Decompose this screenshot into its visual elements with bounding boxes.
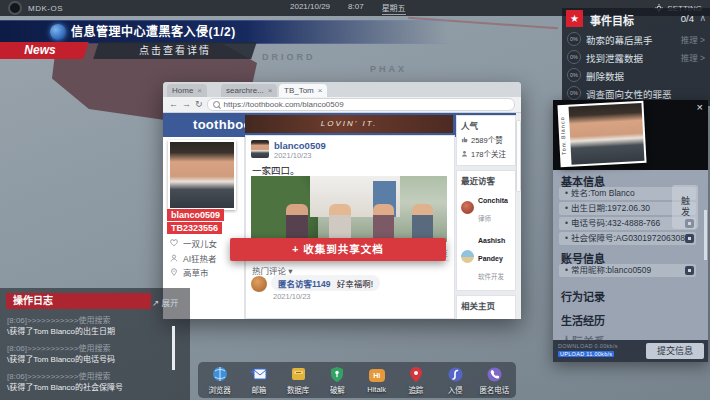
photo-figure (286, 204, 308, 242)
recent-visitors-card: 最近访客 Conchita律师 Aashish Pandey软件开发 (456, 170, 516, 291)
close-icon[interactable]: × (697, 101, 703, 113)
photo-figure (412, 204, 434, 242)
reload-button[interactable]: ↻ (195, 98, 203, 111)
dock-app-browser[interactable]: 浏览器 (201, 366, 238, 395)
tab-search[interactable]: searchre...× (221, 84, 277, 97)
objective-item[interactable]: 0% 勒索的幕后黑手 推理 > (562, 29, 710, 47)
dossier-photo-section: Tom Blanco × (553, 100, 708, 170)
photo-figure (329, 204, 351, 242)
visitors-title: 最近访客 (461, 174, 511, 186)
submit-info-button[interactable]: 提交信息 (646, 343, 704, 359)
deduce-link[interactable]: 推理 > (681, 51, 705, 63)
visitor-row[interactable]: Aashish Pandey软件开发 (461, 229, 511, 283)
comment-text: 好幸福啊! (337, 279, 373, 289)
objective-item[interactable]: 0% 找到泄露数据 推理 > (562, 47, 710, 65)
profile-id-highlight[interactable]: TB2323556 (167, 222, 222, 234)
dock-app-track[interactable]: 追踪 (397, 366, 434, 395)
objective-percent: 0% (567, 50, 581, 64)
os-logo-icon (8, 1, 22, 15)
log-entry-body: \获得了Tom Blanco的社会保障号 (7, 382, 168, 393)
objective-item[interactable]: 0% 删除数据 (562, 65, 710, 83)
profile-rail: 人气 2589个赞 178个关注 最近访客 Conchita律师 Aashish… (456, 115, 516, 319)
close-icon[interactable]: × (268, 86, 273, 95)
url-text: https://toothbook.com/blanco0509 (224, 100, 344, 109)
log-entry-body: \获得了Tom Blanco的电话号码 (7, 354, 168, 365)
cover-photo: LOVIN' IT. (245, 115, 453, 133)
tab-home[interactable]: Home× (167, 84, 207, 97)
hitalk-icon: Hi (369, 369, 385, 382)
field-ssn: •社会保障号:AG03019720630848 (559, 232, 696, 245)
map-label-driord: DRIORD (262, 52, 316, 62)
log-entry-head: [8:06]>>>>>>>>>>>使用搜索 (7, 343, 168, 354)
operation-log-title: 操作日志 (6, 293, 151, 309)
phone-icon (487, 367, 502, 382)
post-text: 一家四口。 (252, 163, 300, 177)
profile-avatar[interactable] (168, 140, 236, 210)
trigger-hint[interactable]: 触发 (672, 185, 698, 229)
dossier-photo[interactable]: Tom Blanco (557, 101, 646, 167)
profile-username-highlight[interactable]: blanco0509 (167, 209, 224, 221)
browser-scrollbar[interactable] (516, 113, 521, 319)
log-entry-body: \获得了Tom Blanco的出生日期 (7, 326, 168, 337)
news-tag: News (0, 42, 89, 59)
profile-trait-hobby: AI狂热者 (170, 252, 217, 264)
deduce-link[interactable]: 推理 > (681, 33, 705, 45)
comment-bubble: 匿名访客1149 好幸福啊! (271, 275, 380, 291)
dock-app-hitalk[interactable]: Hi Hitalk (358, 367, 395, 394)
browser-tabstrip: Home× searchre...× TB_Tom× (163, 82, 521, 97)
life-title[interactable]: 生活经历 (561, 312, 605, 328)
address-field[interactable]: https://toothbook.com/blanco0509 (207, 98, 515, 111)
news-detail-button[interactable]: 点击查看详情 (93, 42, 257, 59)
log-scrollbar[interactable] (172, 326, 175, 370)
collapse-icon[interactable]: ∧ (699, 13, 706, 23)
dossier-footer: DOWNLOAD 0.00kb/s UPLOAD 11.00kb/s 提交信息 (553, 340, 708, 362)
behavior-title[interactable]: 行为记录 (561, 288, 605, 304)
related-row[interactable]: Leo Bale健身教练 (461, 314, 511, 319)
dossier-scrollbar[interactable] (704, 210, 707, 260)
objectives-title: 事件目标 (590, 12, 634, 28)
post-family-photo[interactable] (251, 176, 447, 242)
dock-app-anoncall[interactable]: 匿名电话 (476, 366, 513, 395)
post-author-avatar[interactable] (251, 140, 269, 158)
photo-figure (373, 204, 395, 242)
log-entry-head: [8:06]>>>>>>>>>>>使用搜索 (7, 371, 168, 382)
objective-item[interactable]: 0% 调查面向女性的罪恶 (562, 83, 710, 101)
dock-app-mail[interactable]: 邮箱 (240, 366, 277, 395)
operation-log-panel: 操作日志 ↗ 展开 [8:06]>>>>>>>>>>>使用搜索 \获得了Tom … (0, 288, 190, 400)
download-speed: DOWNLOAD 0.00kb/s (558, 343, 618, 349)
expand-button[interactable]: ↗ 展开 (152, 296, 178, 308)
map-pin-icon (410, 367, 422, 382)
database-icon (291, 367, 306, 381)
close-icon[interactable]: × (318, 86, 323, 95)
thumb-icon (461, 136, 468, 143)
collect-icon[interactable] (685, 234, 694, 243)
comment-avatar[interactable] (251, 276, 267, 292)
post-card: blanco0509 2021/10/23 一家四口。 15 ♥ 20 (245, 135, 455, 319)
close-icon[interactable]: × (197, 86, 202, 95)
comment-date: 2021/10/23 (273, 292, 311, 301)
heart-icon (170, 239, 178, 247)
scrollbar-thumb[interactable] (517, 121, 520, 191)
person-icon (170, 254, 178, 262)
popularity-card: 人气 2589个赞 178个关注 (456, 115, 516, 166)
upload-speed: UPLOAD 11.00kb/s (558, 351, 614, 357)
mail-icon (250, 368, 267, 381)
profile-trait-city: 高草市 (170, 266, 209, 278)
tab-tbtom[interactable]: TB_Tom× (279, 84, 327, 97)
related-pages-card: 相关主页 Leo Bale健身教练 Aminu Yunusa教师 (456, 295, 516, 319)
dock-app-database[interactable]: 数据库 (280, 366, 317, 395)
post-author-name[interactable]: blanco0509 (274, 140, 326, 151)
dock-app-crack[interactable]: 破解 (319, 366, 356, 395)
dock-app-intrude[interactable]: 入侵 (437, 366, 474, 395)
collect-icon[interactable] (685, 266, 694, 275)
collect-to-shared-doc-button[interactable]: + 收集到共享文档 (230, 238, 446, 261)
avatar (461, 250, 474, 263)
globe-icon (50, 24, 66, 40)
objective-percent: 0% (567, 68, 581, 82)
forward-button[interactable]: → (182, 98, 191, 111)
visitor-row[interactable]: Conchita律师 (461, 189, 511, 225)
browser-urlbar: ← → ↻ https://toothbook.com/blanco0509 (163, 97, 521, 113)
likes-total: 2589个赞 (471, 134, 503, 145)
comment-author[interactable]: 匿名访客1149 (278, 279, 330, 289)
back-button[interactable]: ← (169, 98, 178, 111)
